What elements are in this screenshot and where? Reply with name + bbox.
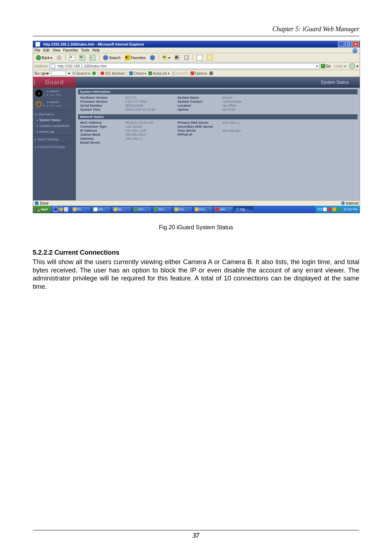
mail-icon (93, 207, 98, 212)
sidebar-system-status[interactable]: System Status (33, 117, 76, 123)
systime-label: System Time (80, 108, 124, 111)
google-pagerank[interactable] (92, 71, 96, 75)
timeserver-label: Time Server (177, 129, 221, 132)
back-button[interactable]: Back ▾ (34, 54, 54, 61)
ie-icon (236, 208, 239, 211)
refresh-button[interactable]: ⟳ (78, 54, 87, 61)
task-button[interactable]: ftp:... (112, 206, 131, 213)
folder-icon (175, 208, 178, 211)
edit-icon (197, 55, 203, 61)
sidebar-basic-settings[interactable]: Basic Settings (33, 136, 76, 142)
links-label[interactable]: Links (334, 64, 343, 68)
edit-button[interactable] (195, 54, 204, 61)
close-button[interactable]: ✕ (352, 41, 359, 47)
separator (98, 71, 98, 75)
camera-a-sunjava-link[interactable]: Sun Java (47, 93, 62, 97)
links-chevron[interactable]: » (344, 64, 346, 68)
tray-volume-icon[interactable] (323, 208, 327, 211)
tray-network-icon[interactable] (337, 208, 341, 211)
chapter-header: Chapter 5: iGuard Web Manager (33, 25, 359, 33)
sidebar-separator (33, 110, 76, 111)
tray-clock[interactable]: 10:33 PM (343, 208, 358, 211)
system-contact-label: System Contact (177, 100, 221, 103)
sidebar-current-connections[interactable]: Current Connections (33, 123, 76, 129)
toolbar-separator (65, 55, 66, 61)
search-button[interactable]: Search (102, 54, 122, 61)
forward-button[interactable] (55, 54, 63, 61)
system-name-label: System Name (177, 96, 221, 99)
camera-a-activex-link[interactable]: ActiveX (47, 90, 62, 93)
sidebar: ◉ A ActiveX Sun Java ◉ B ActiveX Sun Jav… (33, 88, 76, 200)
print-icon: 🖶 (175, 55, 180, 60)
task-button-active[interactable]: http... (234, 206, 253, 213)
separator (127, 71, 127, 75)
tray-shield-icon[interactable] (332, 208, 336, 211)
maximize-button[interactable]: ❐ (345, 41, 352, 47)
system-tray: EN 10:33 PM (315, 206, 360, 213)
start-button[interactable]: start (33, 206, 52, 213)
wrench-icon: ⚙ (209, 71, 213, 75)
task-button[interactable]: ICA... (132, 206, 152, 213)
menu-help[interactable]: Help (92, 48, 100, 52)
tray-lang[interactable]: EN (318, 208, 322, 211)
history-button[interactable]: ✉▾ (161, 54, 172, 61)
clipboard-button[interactable]: 📋 (183, 54, 191, 61)
google-blocked[interactable]: 151 blocked (101, 71, 124, 75)
media-button[interactable] (148, 54, 156, 61)
print-button[interactable]: 🖶 (173, 54, 181, 61)
taskbar: start Fir... Inb... ftp:... ICA... iGu..… (33, 206, 360, 213)
menu-edit[interactable]: Edit (43, 48, 49, 52)
page-icon (51, 64, 55, 68)
camera-b-sunjava-link[interactable]: Sun Java (47, 104, 62, 108)
quick-launch-desktop-icon[interactable] (53, 207, 58, 212)
menu-view[interactable]: View (52, 48, 60, 52)
menu-favorites[interactable]: Favorites (63, 48, 78, 52)
favorites-button[interactable]: ★ Favorites (123, 54, 147, 61)
task-button[interactable]: Ado... (213, 206, 233, 213)
task-button[interactable]: iGu... (152, 206, 172, 213)
task-button[interactable]: iGu... (173, 206, 192, 213)
minimize-button[interactable]: _ (338, 41, 344, 47)
quick-launch-ie-icon[interactable] (59, 207, 63, 212)
google-check[interactable]: Check ▾ (129, 71, 146, 75)
google-autolink[interactable]: AutoLink ▾ (148, 71, 170, 75)
sidebar-advanced-settings[interactable]: Advanced Settings (33, 144, 76, 150)
search-icon (103, 55, 108, 60)
sidebar-information[interactable]: Information (33, 111, 76, 117)
task-button[interactable]: Gra... (193, 206, 213, 213)
google-search-input[interactable] (51, 71, 66, 76)
pppoe-label: PPPoE IP (177, 133, 221, 136)
tray-red-icon[interactable] (328, 208, 331, 211)
google-autofill[interactable]: AutoFill (172, 71, 188, 75)
google-options[interactable]: ✓Options (191, 71, 207, 75)
system-name-value: iGuard (222, 96, 259, 99)
go-button[interactable]: Go (321, 64, 331, 68)
dropdown-icon[interactable]: ▾ (356, 64, 358, 68)
google-search-button[interactable]: G Search ▾ (72, 71, 90, 75)
menu-tools[interactable]: Tools (81, 48, 89, 52)
stop-button[interactable]: ✕ (68, 54, 77, 61)
fw-version-value: 2.50 CV7 WSU (125, 100, 176, 103)
globe-icon[interactable] (349, 63, 355, 69)
task-button[interactable]: Fir... (71, 206, 91, 213)
google-settings[interactable]: ⚙ (209, 71, 213, 75)
camera-a-letter: A (43, 93, 46, 97)
window-controls: _ ❐ ✕ (337, 41, 359, 47)
hw-version-value: HCV72 (125, 96, 176, 99)
sidebar-separator (33, 143, 76, 143)
address-field[interactable]: http://192.168.1.100/index.htm ▾ (49, 63, 319, 69)
quick-launch-app-icon[interactable] (64, 207, 68, 212)
autolink-icon (148, 71, 152, 75)
google-toolbar: Google▾ ▾ G Search ▾ 151 blocked Check ▾… (33, 70, 360, 77)
doc-button[interactable] (205, 54, 214, 61)
pppoe-value (222, 133, 259, 136)
app-icon (134, 208, 138, 211)
menu-file[interactable]: File (34, 48, 40, 52)
home-button[interactable]: ⌂ (88, 54, 97, 61)
dropdown-icon[interactable]: ▾ (316, 64, 318, 68)
search-label: Search (109, 56, 121, 60)
camera-b-activex-link[interactable]: ActiveX (47, 100, 62, 104)
dropdown-icon[interactable]: ▾ (68, 71, 70, 75)
sidebar-event-log[interactable]: Event Log (33, 129, 76, 135)
task-button[interactable]: Inb... (91, 206, 111, 213)
